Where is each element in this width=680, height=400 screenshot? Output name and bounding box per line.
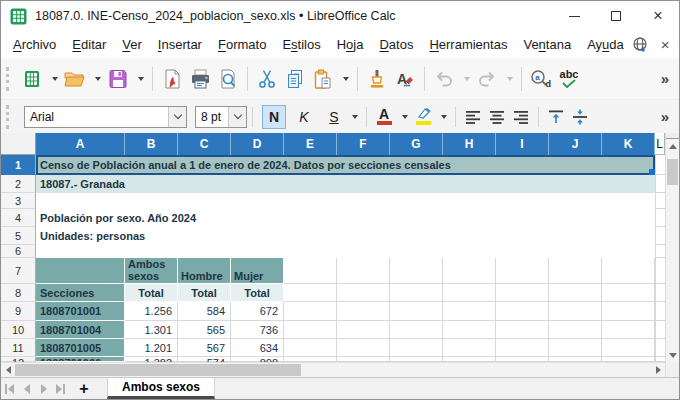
redo-button[interactable] bbox=[473, 64, 501, 94]
clone-formatting-button[interactable] bbox=[363, 64, 391, 94]
row-header-11[interactable]: 11 bbox=[1, 339, 36, 357]
toolbar-grip[interactable] bbox=[6, 105, 13, 129]
cell-b8-total[interactable]: Total bbox=[125, 284, 178, 302]
horizontal-scrollbar[interactable] bbox=[1, 362, 665, 377]
cell-a1-title[interactable]: Censo de Población anual a 1 de enero de… bbox=[36, 155, 655, 175]
column-header-h[interactable]: H bbox=[443, 133, 496, 155]
menu-editar[interactable]: Editar bbox=[64, 34, 114, 55]
spelling-button[interactable]: abc bbox=[555, 64, 583, 94]
vertical-scroll-track[interactable] bbox=[666, 153, 679, 348]
underline-dropdown[interactable] bbox=[346, 102, 361, 132]
cut-button[interactable] bbox=[253, 64, 281, 94]
column-header-f[interactable]: F bbox=[337, 133, 390, 155]
row-header-5[interactable]: 5 bbox=[1, 227, 36, 245]
toolbar-grip[interactable] bbox=[6, 67, 13, 91]
column-header-a[interactable]: A bbox=[36, 133, 125, 155]
menu-hoja[interactable]: Hoja bbox=[329, 34, 372, 55]
formatbar-overflow-button[interactable]: » bbox=[661, 108, 679, 125]
cell-a4[interactable]: Población por sexo. Año 2024 bbox=[36, 209, 655, 227]
scroll-right-button[interactable] bbox=[651, 363, 665, 377]
cell-d8-total[interactable]: Total bbox=[231, 284, 284, 302]
undo-dropdown[interactable] bbox=[458, 64, 473, 94]
align-left-button[interactable] bbox=[461, 105, 485, 129]
menu-archivo[interactable]: Archivo bbox=[5, 34, 64, 55]
font-size-combo[interactable]: 8 pt bbox=[195, 106, 247, 128]
cell-seccion[interactable]: 1808701004 bbox=[36, 321, 125, 339]
next-sheet-button[interactable] bbox=[35, 378, 52, 399]
row-header-1[interactable]: 1 bbox=[1, 155, 36, 175]
align-top-button[interactable] bbox=[544, 105, 568, 129]
cell-a8-secciones[interactable]: Secciones bbox=[36, 284, 125, 302]
paste-dropdown[interactable] bbox=[337, 64, 352, 94]
underline-button[interactable]: S bbox=[322, 105, 346, 129]
sheet-tab-ambos-sexos[interactable]: Ambos sexos bbox=[107, 378, 215, 399]
row-header-3[interactable]: 3 bbox=[1, 193, 36, 209]
undo-button[interactable] bbox=[430, 64, 458, 94]
vertical-scrollbar[interactable] bbox=[665, 133, 679, 362]
cell-ambos[interactable]: 1.301 bbox=[125, 321, 178, 339]
update-globe-icon[interactable] bbox=[632, 36, 649, 53]
row-header-9[interactable]: 9 bbox=[1, 302, 36, 321]
menu-ver[interactable]: Ver bbox=[114, 34, 150, 55]
cell-mujer[interactable]: 672 bbox=[231, 302, 284, 321]
first-sheet-button[interactable] bbox=[1, 378, 18, 399]
cell-c7-hombre[interactable]: Hombre bbox=[178, 258, 231, 284]
row-header-2[interactable]: 2 bbox=[1, 175, 36, 193]
save-dropdown[interactable] bbox=[132, 64, 147, 94]
menu-herramientas[interactable]: Herramientas bbox=[421, 34, 515, 55]
redo-dropdown[interactable] bbox=[501, 64, 516, 94]
cell-ambos[interactable]: 1.256 bbox=[125, 302, 178, 321]
close-button[interactable]: × bbox=[637, 1, 679, 31]
cell-c8-total[interactable]: Total bbox=[178, 284, 231, 302]
vertical-scroll-thumb[interactable] bbox=[667, 159, 678, 185]
minimize-button[interactable] bbox=[553, 1, 595, 31]
cell-hombre[interactable]: 567 bbox=[178, 339, 231, 357]
export-pdf-button[interactable] bbox=[158, 64, 186, 94]
previous-sheet-button[interactable] bbox=[18, 378, 35, 399]
cell-hombre[interactable]: 565 bbox=[178, 321, 231, 339]
menu-ventana[interactable]: Ventana bbox=[515, 34, 579, 55]
scroll-left-button[interactable] bbox=[1, 363, 15, 377]
cell-mujer[interactable]: 634 bbox=[231, 339, 284, 357]
clear-formatting-button[interactable]: A bbox=[391, 64, 419, 94]
paste-button[interactable] bbox=[309, 64, 337, 94]
column-header-i[interactable]: I bbox=[496, 133, 549, 155]
column-header-j[interactable]: J bbox=[549, 133, 602, 155]
scroll-down-button[interactable] bbox=[666, 348, 679, 362]
open-file-button[interactable] bbox=[61, 64, 89, 94]
cell-ambos[interactable]: 1.201 bbox=[125, 339, 178, 357]
cell-row-3[interactable] bbox=[36, 193, 655, 209]
cell-hombre[interactable]: 584 bbox=[178, 302, 231, 321]
select-all-corner[interactable] bbox=[1, 133, 36, 155]
cell-d7-mujer[interactable]: Mujer bbox=[231, 258, 284, 284]
font-color-button[interactable]: A bbox=[372, 105, 396, 129]
scroll-up-button[interactable] bbox=[666, 139, 679, 153]
row-header-4[interactable]: 4 bbox=[1, 209, 36, 227]
open-file-dropdown[interactable] bbox=[89, 64, 104, 94]
new-document-button[interactable] bbox=[18, 64, 46, 94]
menu-ayuda[interactable]: Ayuda bbox=[579, 34, 632, 55]
column-header-g[interactable]: G bbox=[390, 133, 443, 155]
horizontal-scroll-track[interactable] bbox=[15, 363, 651, 377]
bold-button[interactable]: N bbox=[262, 105, 286, 129]
horizontal-scroll-thumb[interactable] bbox=[15, 364, 301, 376]
column-header-c[interactable]: C bbox=[178, 133, 231, 155]
align-center-button[interactable] bbox=[485, 105, 509, 129]
find-replace-button[interactable]: ad bbox=[527, 64, 555, 94]
close-document-icon[interactable]: × bbox=[661, 37, 670, 52]
copy-button[interactable] bbox=[281, 64, 309, 94]
toolbar-overflow-button[interactable]: » bbox=[661, 70, 679, 87]
column-header-k[interactable]: K bbox=[602, 133, 655, 155]
last-sheet-button[interactable] bbox=[52, 378, 69, 399]
cell-row-6[interactable] bbox=[36, 245, 655, 258]
column-header-e[interactable]: E bbox=[284, 133, 337, 155]
row-header-6[interactable]: 6 bbox=[1, 245, 36, 258]
row-header-10[interactable]: 10 bbox=[1, 321, 36, 339]
row-header-8[interactable]: 8 bbox=[1, 284, 36, 302]
column-header-d[interactable]: D bbox=[231, 133, 284, 155]
maximize-button[interactable] bbox=[595, 1, 637, 31]
new-document-dropdown[interactable] bbox=[46, 64, 61, 94]
align-right-button[interactable] bbox=[509, 105, 533, 129]
highlight-color-dropdown[interactable] bbox=[435, 102, 450, 132]
cell-seccion[interactable]: 1808701005 bbox=[36, 339, 125, 357]
